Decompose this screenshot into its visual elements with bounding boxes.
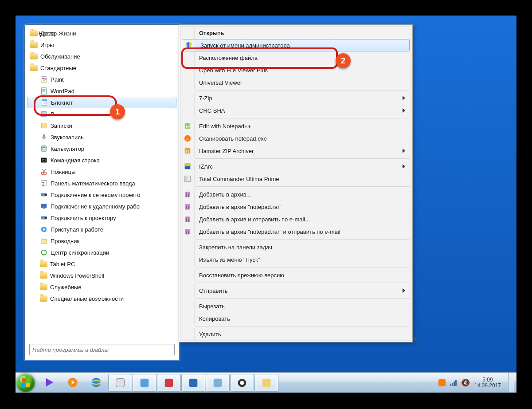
context-menu-item[interactable]: aСканировать notepad.exe [181,132,411,145]
start-folder[interactable]: Служебные [27,281,176,293]
context-menu-item[interactable]: Удалить [181,328,411,340]
start-folder[interactable]: Древо Жизни [27,28,176,39]
scroll-down-icon [413,338,418,341]
svg-point-20 [45,149,46,149]
start-program-paint[interactable]: Paint [27,74,176,85]
start-program-start[interactable]: Приступая к работе [27,224,176,235]
context-menu-item[interactable]: 7-Zip [181,92,411,104]
taskbar-pin-ie[interactable] [85,374,108,391]
folder-icon [30,53,38,59]
menu-gutter [181,104,195,117]
izarc-icon [184,162,192,170]
context-menu-scroll[interactable] [412,25,419,342]
start-program-sync[interactable]: Центр синхронизации [27,247,176,258]
context-menu-item[interactable]: IZArc [181,160,411,173]
start-program-snip[interactable]: Ножницы [27,166,176,177]
volume-muted-icon[interactable]: 🔇 [461,378,470,387]
taskbar-clock[interactable]: 5:09 14.08.2017 [474,377,501,389]
explorer-icon [40,237,48,245]
menu-item-label: Total Commander Ultima Prime [195,176,411,182]
svg-rect-72 [189,378,198,387]
start-folder[interactable]: Специальные возможности [27,293,176,304]
menu-gutter: H [181,145,195,157]
show-desktop-button[interactable] [508,373,514,392]
context-menu-item[interactable]: Расположение файла [181,51,411,64]
taskbar-running-4[interactable] [181,374,205,392]
menu-separator [195,267,410,267]
tray-avast-icon[interactable] [438,379,446,386]
taskbar-running-5[interactable] [206,374,230,392]
context-menu-item[interactable]: HHamster ZIP Archiver [181,145,411,157]
context-menu-item[interactable]: Вырезать [181,300,411,312]
context-menu-item[interactable]: Open with File Viewer Plus [181,64,411,76]
network-icon[interactable] [450,380,457,386]
menu-item-label: Открыть [195,30,411,36]
submenu-arrow-icon [403,164,405,169]
winrar-icon [184,228,192,236]
start-program-netproj[interactable]: Подключение к сетевому проекто [27,189,176,201]
menu-item-label: Добавить в архив "notepad.rar" [195,204,411,210]
program-label: Приступая к работе [51,226,103,233]
taskbar-running-3[interactable] [157,374,181,392]
start-folder[interactable]: Стандартные [27,62,176,74]
start-program-sticky[interactable]: Записки [27,120,176,131]
context-menu-item[interactable]: Отправить [181,284,411,297]
context-menu-item[interactable]: Total Commander Ultima Prime [181,173,411,185]
taskbar-pin-wmp[interactable] [61,374,84,391]
start-menu-program-list[interactable]: Древо ЖизниИгрыОбслуживаниеСтандартныеPa… [27,28,176,325]
menu-gutter [181,51,195,64]
svg-rect-76 [262,378,271,387]
context-menu-item[interactable]: Добавить в архив и отправить по e-mail..… [181,213,411,225]
taskbar-running-1[interactable] [108,374,132,392]
menu-gutter [181,225,195,238]
taskbar-running-7[interactable] [254,374,278,392]
program-label: Paint [51,76,64,83]
program-label: Записки [51,122,72,129]
start-program-calc[interactable]: Калькулятор [27,143,176,154]
start-folder[interactable]: Tablet PC [27,258,176,270]
search-input[interactable] [29,344,175,355]
submenu-arrow-icon [403,108,405,113]
start-program-explorer[interactable]: Проводник [27,235,176,247]
start-button[interactable] [16,374,35,392]
svg-rect-12 [42,112,47,117]
context-menu-item[interactable]: Копировать [181,312,411,325]
context-menu-item[interactable]: Запуск от имени администратора [182,39,410,51]
menu-separator [195,283,410,283]
context-menu-item[interactable]: Universal Viewer [181,76,411,89]
start-program-generic[interactable]: В [27,108,176,120]
context-menu-item[interactable]: Закрепить на панели задач [181,241,411,253]
menu-separator [195,298,410,299]
start-program-mic[interactable]: Звукозапись [27,131,176,143]
cmd-icon: C:\ [40,156,48,164]
svg-rect-57 [187,204,188,210]
taskbar-pin-mediaplayer[interactable] [38,374,61,391]
context-menu-item[interactable]: Восстановить прежнюю версию [181,269,411,281]
menu-separator [195,326,410,326]
start-program-proj[interactable]: Подключить к проектору [27,212,176,224]
start-folder[interactable]: Windows PowerShell [27,270,176,281]
taskbar-running-6[interactable] [230,374,254,392]
menu-gutter [181,160,195,173]
start-program-notepad[interactable]: Блокнот [27,97,176,108]
start-folder[interactable]: Игры [27,39,176,51]
start-program-rdp[interactable]: Подключение к удаленному рабо [27,201,176,212]
start-program-cmd[interactable]: C:\Командная строка [27,154,176,166]
taskbar-running-2[interactable] [133,374,156,392]
menu-item-label: Копировать [195,315,411,322]
start-program-math[interactable]: ∑Панель математического ввода [27,177,176,189]
svg-point-75 [240,381,244,385]
context-menu-item[interactable]: Добавить в архив... [181,188,411,201]
menu-gutter [181,188,195,201]
svg-rect-69 [116,378,125,387]
context-menu-item[interactable]: Добавить в архив "notepad.rar" и отправи… [181,225,411,238]
start-program-wordpad[interactable]: WordPad [27,85,176,97]
start-folder[interactable]: Обслуживание [27,51,176,62]
context-menu-item[interactable]: N+Edit with Notepad++ [181,120,411,132]
menu-gutter [181,64,195,76]
context-menu-item[interactable]: Добавить в архив "notepad.rar" [181,201,411,213]
program-label: Ножницы [51,169,75,175]
context-menu-item[interactable]: Изъять из меню "Пуск" [181,253,411,266]
context-menu-item[interactable]: Открыть [181,27,411,39]
context-menu-item[interactable]: CRC SHA [181,104,411,117]
